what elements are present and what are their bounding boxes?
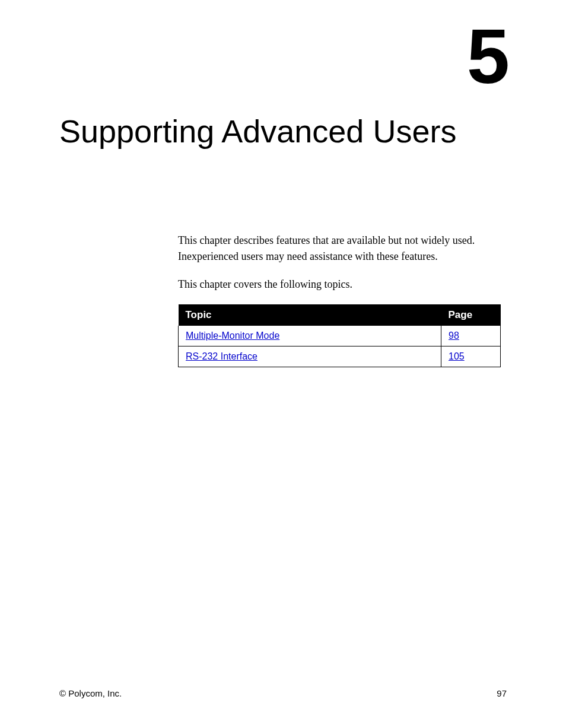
header-topic: Topic — [179, 304, 441, 326]
document-page: 5 Supporting Advanced Users This chapter… — [0, 0, 566, 728]
topic-cell: RS-232 Interface — [179, 346, 441, 367]
page-cell: 98 — [441, 326, 501, 346]
paragraph-topics-lead: This chapter covers the following topics… — [178, 276, 501, 293]
page-footer: © Polycom, Inc. 97 — [59, 688, 507, 698]
body-content: This chapter describes features that are… — [178, 233, 501, 367]
paragraph-intro: This chapter describes features that are… — [178, 233, 501, 265]
header-page: Page — [441, 304, 501, 326]
table-row: RS-232 Interface 105 — [179, 346, 501, 367]
topic-cell: Multiple-Monitor Mode — [179, 326, 441, 346]
footer-page-number: 97 — [497, 688, 507, 698]
table-row: Multiple-Monitor Mode 98 — [179, 326, 501, 346]
table-header-row: Topic Page — [179, 304, 501, 326]
page-link-105[interactable]: 105 — [449, 351, 465, 361]
page-link-98[interactable]: 98 — [449, 330, 459, 341]
topics-table: Topic Page Multiple-Monitor Mode 98 RS-2… — [178, 304, 501, 367]
footer-copyright: © Polycom, Inc. — [59, 688, 122, 698]
page-cell: 105 — [441, 346, 501, 367]
topic-link-multiple-monitor[interactable]: Multiple-Monitor Mode — [186, 330, 279, 341]
chapter-number: 5 — [59, 18, 507, 95]
topic-link-rs232[interactable]: RS-232 Interface — [186, 351, 257, 361]
chapter-title: Supporting Advanced Users — [59, 113, 507, 150]
